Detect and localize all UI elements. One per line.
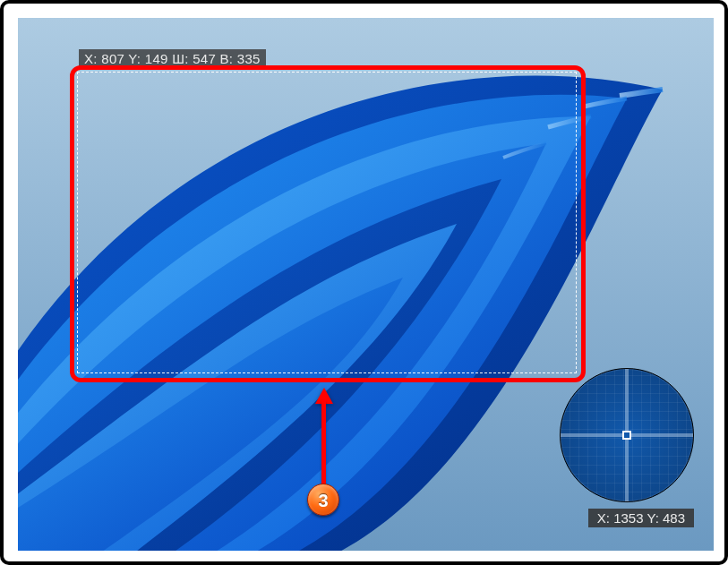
step-number-text: 3 [318,491,328,510]
selection-coordinates-overlay: X: 807 Y: 149 Ш: 547 В: 335 [79,49,266,68]
cursor-coordinates-text: X: 1353 Y: 483 [597,510,685,526]
annotated-frame: X: 807 Y: 149 Ш: 547 В: 335 3 X: 1353 Y:… [0,0,728,565]
pixel-magnifier [560,368,694,502]
resize-handle-ne[interactable] [572,69,579,76]
resize-handle-nw[interactable] [74,69,81,76]
screenshot-canvas: X: 807 Y: 149 Ш: 547 В: 335 3 X: 1353 Y:… [18,18,714,551]
cursor-coordinates-overlay: X: 1353 Y: 483 [588,509,694,527]
resize-handle-se[interactable] [572,369,579,376]
resize-handle-sw[interactable] [74,369,81,376]
selection-coordinates-text: X: 807 Y: 149 Ш: 547 В: 335 [84,51,261,66]
magnifier-center-pixel [622,431,631,440]
step-number-badge: 3 [307,484,339,516]
